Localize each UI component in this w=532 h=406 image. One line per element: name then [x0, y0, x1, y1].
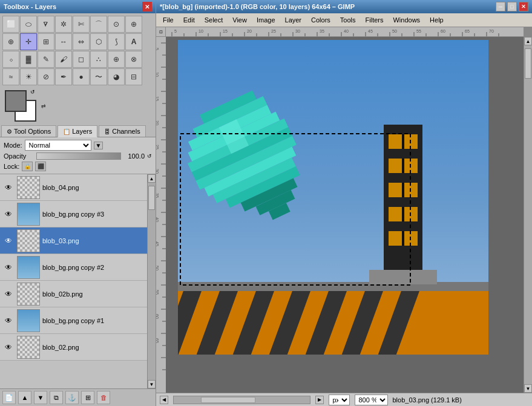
lock-pixels-icon[interactable]: 🔒 [22, 162, 33, 171]
minimize-button[interactable]: ─ [496, 2, 505, 11]
tool-options-tab[interactable]: ⚙ Tool Options [1, 125, 56, 137]
opacity-slider[interactable] [36, 152, 121, 160]
bucket-fill-tool[interactable]: ⬦ [2, 51, 19, 68]
layer-visibility-toggle[interactable]: 👁 [2, 235, 15, 247]
menu-image[interactable]: Image [252, 15, 280, 25]
smear-tool[interactable]: 〜 [90, 68, 107, 85]
burn-tool[interactable]: ◕ [108, 68, 125, 85]
pencil-tool[interactable]: ✎ [38, 51, 54, 68]
status-filename: blob_03.png (129.1 kB) [393, 396, 529, 404]
layer-item[interactable]: 👁 blob_bg.png copy #3 [0, 201, 147, 228]
rect-select-tool[interactable]: ⬜ [2, 16, 19, 33]
layer-visibility-toggle[interactable]: 👁 [2, 341, 15, 353]
cage-tool[interactable]: ⬡ [90, 33, 107, 50]
menu-file[interactable]: File [159, 15, 178, 25]
color-picker-tool[interactable]: ⊙ [108, 16, 125, 33]
dodge-tool[interactable]: ☀ [20, 68, 37, 85]
ink-tool[interactable]: ✒ [55, 68, 72, 85]
layers-scroll-track[interactable] [148, 183, 156, 380]
heal-tool[interactable]: ⊕ [108, 51, 125, 68]
menu-edit[interactable]: Edit [179, 15, 199, 25]
maximize-button[interactable]: □ [507, 2, 517, 11]
mode-select[interactable]: Normal Dissolve Multiply Screen [25, 140, 91, 151]
menu-help[interactable]: Help [425, 15, 448, 25]
channels-tab[interactable]: 🎛 Channels [99, 125, 145, 137]
ruler-scrollbar-top-corner [524, 27, 532, 37]
layers-scroll-down[interactable]: ▼ [148, 380, 156, 388]
eraser-tool[interactable]: ◻ [73, 51, 90, 68]
anchor-layer-button[interactable]: ⚓ [65, 391, 79, 404]
horizontal-scrollbar[interactable] [173, 396, 310, 404]
menu-windows[interactable]: Windows [389, 15, 424, 25]
mode-dropdown-arrow[interactable]: ▼ [94, 142, 103, 149]
delete-layer-button[interactable]: 🗑 [97, 391, 110, 404]
svg-text:10: 10 [199, 29, 203, 33]
layer-item[interactable]: 👁 blob_02.png [0, 334, 147, 361]
layer-visibility-toggle[interactable]: 👁 [2, 208, 15, 220]
scroll-v-thumb[interactable] [525, 48, 531, 79]
transform-tool[interactable]: ↔ [55, 33, 72, 50]
scroll-h-thumb[interactable] [201, 397, 255, 403]
color-reset-icon[interactable]: ↺ [30, 89, 35, 112]
scroll-h-left-button[interactable]: ◀ [160, 396, 168, 404]
layers-scroll-up[interactable]: ▲ [148, 174, 156, 183]
color-area: ↺ ⇄ [0, 88, 156, 124]
move-tool[interactable]: ✛ [20, 33, 37, 50]
airbrush-tool[interactable]: ∴ [90, 51, 107, 68]
menu-view[interactable]: View [228, 15, 251, 25]
scissors-tool[interactable]: ✄ [73, 16, 90, 33]
canvas-viewport[interactable] [166, 37, 524, 393]
new-layer-button[interactable]: 📄 [2, 391, 16, 404]
duplicate-layer-button[interactable]: ⧉ [50, 391, 63, 404]
svg-text:15: 15 [156, 96, 159, 101]
layer-item[interactable]: 👁 blob_02b.png [0, 281, 147, 307]
layer-item[interactable]: 👁 blob_04.png [0, 174, 147, 201]
scroll-down-button[interactable]: ▼ [524, 384, 532, 393]
alignment-tool[interactable]: ⊞ [38, 33, 54, 50]
menu-select[interactable]: Select [200, 15, 228, 25]
layers-scroll-thumb[interactable] [148, 186, 155, 210]
scroll-h-right-button[interactable]: ▶ [315, 396, 324, 404]
opacity-reset[interactable]: ↺ [147, 153, 152, 159]
measure-tool[interactable]: ⊕ [2, 33, 19, 50]
flip-tool[interactable]: ⇔ [73, 33, 90, 50]
menu-layer[interactable]: Layer [281, 15, 306, 25]
layer-item-active[interactable]: 👁 blob_03.png [0, 228, 147, 254]
layer-item[interactable]: 👁 blob_bg.png copy #2 [0, 254, 147, 281]
warp-tool[interactable]: ⟆ [108, 33, 125, 50]
mypaint-tool[interactable]: ● [73, 68, 90, 85]
lower-layer-button[interactable]: ▼ [34, 391, 47, 404]
zoom-tool[interactable]: ⊕ [125, 16, 142, 33]
channel-tool[interactable]: ⊟ [125, 68, 142, 85]
toolbox-close-button[interactable]: ✕ [142, 2, 152, 11]
layer-visibility-toggle[interactable]: 👁 [2, 182, 15, 194]
fuzzy-select-tool[interactable]: ✲ [55, 16, 72, 33]
clone-tool[interactable]: ⊗ [125, 51, 142, 68]
ellipse-select-tool[interactable]: ⬭ [20, 16, 37, 33]
foreground-color-swatch[interactable] [5, 90, 27, 112]
layer-visibility-toggle[interactable]: 👁 [2, 288, 15, 300]
merge-visible-button[interactable]: ⊞ [81, 391, 94, 404]
layer-item[interactable]: 👁 blob_bg.png copy #1 [0, 307, 147, 334]
scroll-v-track[interactable] [524, 45, 532, 384]
menu-filters[interactable]: Filters [361, 15, 388, 25]
text-tool[interactable]: A [125, 33, 142, 50]
unit-select[interactable]: px mm in [329, 395, 350, 405]
svg-rect-122 [402, 207, 404, 221]
layer-visibility-toggle[interactable]: 👁 [2, 315, 15, 327]
smudge-tool[interactable]: ≈ [2, 68, 19, 85]
layer-visibility-toggle[interactable]: 👁 [2, 261, 15, 273]
foreground-select-tool[interactable]: ⊘ [38, 68, 54, 85]
blend-tool[interactable]: ▓ [20, 51, 37, 68]
zoom-select[interactable]: 800 % 400 % 200 % 100 % 50 % [355, 395, 388, 405]
raise-layer-button[interactable]: ▲ [18, 391, 31, 404]
close-button[interactable]: ✕ [519, 2, 528, 11]
free-select-tool[interactable]: ⛛ [38, 16, 54, 33]
layers-tab[interactable]: 📋 Layers [57, 125, 97, 137]
menu-tools[interactable]: Tools [336, 15, 360, 25]
scroll-up-button[interactable]: ▲ [524, 37, 532, 45]
lock-alpha-icon[interactable]: ⬛ [35, 162, 46, 171]
paths-tool[interactable]: ⌒ [90, 16, 107, 33]
menu-colors[interactable]: Colors [307, 15, 335, 25]
paintbrush-tool[interactable]: 🖌 [55, 51, 72, 68]
